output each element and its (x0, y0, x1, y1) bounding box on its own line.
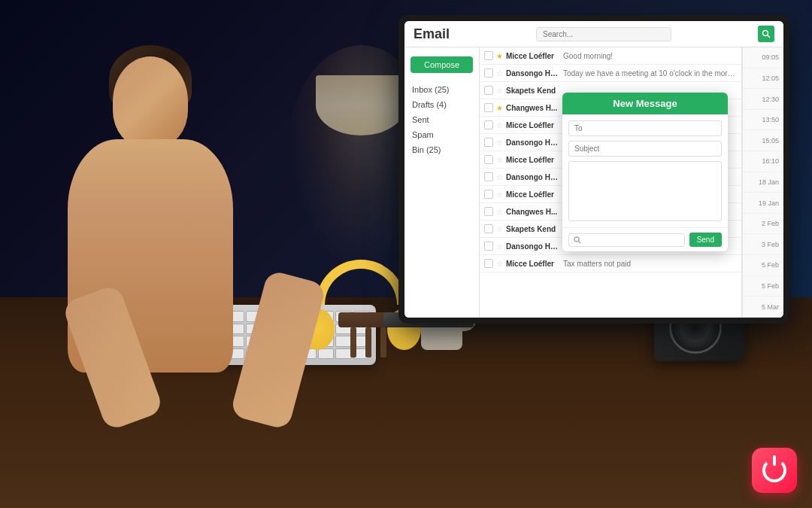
email-sender: Dansongo Ha... (506, 173, 560, 181)
email-sender: Skapets Kend (506, 225, 560, 233)
email-preview: Today we have a meeting at 10 o'clock in… (563, 69, 737, 78)
timestamp: 16:10 (743, 151, 783, 172)
email-checkbox[interactable] (484, 259, 493, 268)
email-sender: Changwes H... (506, 104, 560, 112)
star-icon[interactable]: ☆ (496, 173, 503, 181)
star-icon[interactable]: ☆ (496, 208, 503, 216)
sidebar-item-bin[interactable]: Bin (25) (404, 142, 479, 157)
email-checkbox[interactable] (484, 190, 493, 199)
modal-title: New Message (562, 93, 728, 114)
svg-point-0 (763, 31, 768, 36)
star-icon[interactable]: ☆ (496, 225, 503, 233)
person (23, 56, 323, 373)
email-preview: Good morning! (563, 52, 737, 60)
email-sender: Dansongo Housepok (506, 242, 560, 251)
email-checkbox[interactable] (484, 207, 493, 216)
email-checkbox[interactable] (484, 242, 493, 251)
email-timestamps: 09:05 12:05 12:30 13:50 15:05 16:10 18 J… (742, 47, 783, 318)
star-icon[interactable]: ☆ (496, 156, 503, 164)
email-checkbox[interactable] (484, 172, 493, 181)
email-row[interactable]: ☆ Micce Loéfler Tax matters not paid (480, 255, 741, 272)
timestamp: 19 Jan (743, 193, 783, 214)
search-input[interactable] (543, 30, 641, 38)
svg-line-1 (768, 35, 770, 38)
email-sender: Micce Loéfler (506, 121, 560, 129)
timestamp: 12:30 (743, 89, 783, 110)
email-sidebar: Compose Inbox (25) Drafts (4) Sent Spam … (404, 47, 480, 318)
email-checkbox[interactable] (484, 155, 493, 164)
send-button[interactable]: Send (689, 233, 722, 247)
star-icon[interactable]: ☆ (496, 121, 503, 129)
new-message-modal: New Message (562, 93, 728, 251)
message-body-field[interactable] (568, 161, 722, 221)
email-header: Email (404, 21, 783, 47)
stool-leg (380, 327, 386, 357)
timestamp: 3 Feb (743, 234, 783, 255)
star-icon[interactable]: ☆ (496, 260, 503, 268)
email-sender: Dansongo Housepok (506, 69, 560, 78)
timestamp: 5 Feb (743, 255, 783, 276)
timestamp: 13:50 (743, 110, 783, 131)
modal-footer: Send (562, 227, 728, 251)
svg-line-3 (579, 241, 581, 243)
timestamp: 12:05 (743, 68, 783, 90)
email-row[interactable]: ☆ Dansongo Housepok Today we have a meet… (480, 65, 741, 82)
svg-point-2 (574, 237, 579, 242)
compose-button[interactable]: Compose (411, 56, 473, 73)
email-sender: Changwes H... (506, 208, 560, 216)
timestamp: 09:05 (743, 47, 783, 68)
email-search-bar[interactable] (536, 27, 671, 41)
timestamp: 2 Feb (743, 214, 783, 235)
timestamp: 5 Mar (743, 297, 783, 318)
email-sender: Skapets Kend (506, 87, 560, 95)
email-checkbox[interactable] (484, 103, 493, 112)
lamp-shade (316, 75, 406, 135)
power-icon (762, 458, 786, 482)
monitor-screen: Email Compose Inbox (25) Drafts (4) (404, 21, 783, 318)
email-sender: Micce Loéfler (506, 260, 560, 268)
star-icon[interactable]: ☆ (496, 138, 503, 147)
star-icon[interactable]: ☆ (496, 69, 503, 78)
email-body: Compose Inbox (25) Drafts (4) Sent Spam … (404, 47, 783, 318)
headphone-band (316, 260, 406, 305)
star-icon[interactable]: ☆ (496, 190, 503, 199)
search-icon-button[interactable] (758, 26, 774, 42)
email-checkbox[interactable] (484, 68, 493, 78)
email-sender: Micce Loéfler (506, 156, 560, 164)
email-list[interactable]: New Message (480, 47, 742, 318)
email-sender: Dansongo Hou... (506, 138, 560, 147)
star-icon[interactable]: ★ (496, 52, 503, 60)
sidebar-item-spam[interactable]: Spam (404, 127, 479, 142)
power-badge[interactable] (752, 448, 797, 493)
email-sender: Micce Loéfler (506, 190, 560, 199)
email-checkbox[interactable] (484, 86, 493, 95)
star-icon[interactable]: ★ (496, 104, 503, 112)
stool-leg (350, 327, 356, 357)
timestamp: 18 Jan (743, 172, 783, 193)
person-body (68, 139, 233, 373)
email-preview: Tax matters not paid (563, 260, 737, 268)
monitor: Email Compose Inbox (25) Drafts (4) (398, 15, 789, 324)
subject-field[interactable] (568, 141, 722, 157)
timestamp: 15:05 (743, 130, 783, 151)
email-checkbox[interactable] (484, 120, 493, 129)
email-row[interactable]: ★ Micce Loéfler Good morning! (480, 47, 741, 65)
sidebar-item-drafts[interactable]: Drafts (4) (404, 97, 479, 112)
to-field[interactable] (568, 120, 722, 136)
sidebar-item-sent[interactable]: Sent (404, 112, 479, 127)
star-icon[interactable]: ☆ (496, 87, 503, 95)
modal-search-bar[interactable] (568, 233, 685, 247)
star-icon[interactable]: ☆ (496, 242, 503, 251)
email-checkbox[interactable] (484, 138, 493, 147)
person-head (113, 56, 188, 147)
background: Email Compose Inbox (25) Drafts (4) (0, 0, 812, 508)
email-app-title: Email (414, 26, 450, 42)
modal-body (562, 114, 728, 227)
timestamp: 5 Feb (743, 276, 783, 297)
sidebar-item-inbox[interactable]: Inbox (25) (404, 82, 479, 97)
email-checkbox[interactable] (484, 224, 493, 233)
stool-leg (365, 327, 371, 357)
email-sender: Micce Loéfler (506, 52, 560, 60)
email-checkbox[interactable] (484, 51, 493, 60)
stool-legs (338, 327, 398, 357)
